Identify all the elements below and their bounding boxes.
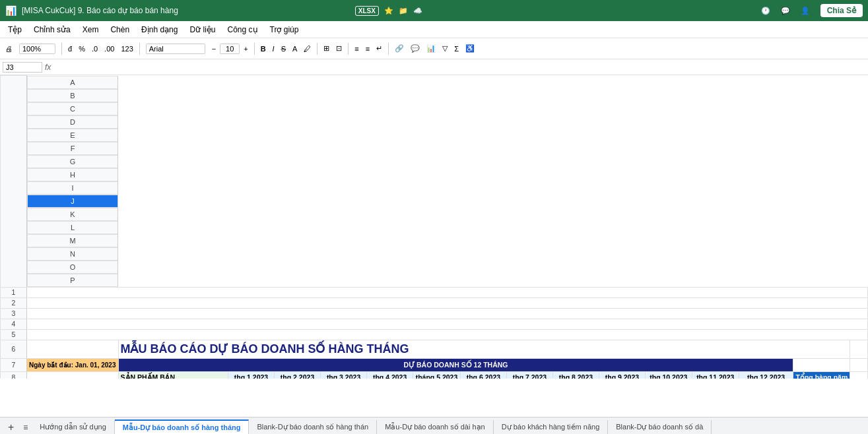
filter-icon[interactable]: ▽ [440,43,450,54]
col-A[interactable]: A [27,76,118,89]
merge-icon[interactable]: ⊡ [333,43,345,54]
user-icon[interactable]: 👤 [801,7,810,15]
currency-icon[interactable]: đ [65,44,75,54]
row-6-title: 6 MẪU BÁO CÁO DỰ BÁO DOANH SỐ HÀNG THÁNG [1,340,868,358]
accessibility-icon[interactable]: ♿ [463,43,477,54]
percent-icon[interactable]: % [76,44,88,54]
star-icon[interactable]: ⭐ [384,7,393,15]
menu-edit[interactable]: Chỉnh sửa [28,24,76,36]
functions-icon[interactable]: Σ [451,44,461,54]
spreadsheet-table: A B C D E F G H I J K L M N O P [0,75,868,379]
italic-icon[interactable]: I [270,44,277,54]
sheet-menu-button[interactable]: ≡ [19,420,32,435]
col-N[interactable]: N [27,247,118,261]
spb-label: SẢN PHẨM BÁN [118,371,228,379]
row-4: 4 [1,319,868,329]
col-F[interactable]: F [27,142,118,155]
sheet-container: A B C D E F G H I J K L M N O P [0,75,868,417]
print-icon[interactable]: 🖨 [3,44,15,54]
decimal-dec-icon[interactable]: .0 [89,44,100,54]
font-input[interactable] [146,44,205,54]
toolbar: 🖨 đ % .0 .00 123 − + B I S A 🖊 ⊞ ⊡ ≡ ≡ ↵… [0,38,868,59]
col-D[interactable]: D [27,115,118,129]
folder-icon[interactable]: 📁 [399,7,408,15]
row-7-headers: 7 Ngày bắt đầu: Jan. 01, 2023 DỰ BÁO DOA… [1,358,868,371]
tab-mau-du-bao[interactable]: Mẫu-Dự báo doanh số hàng tháng [115,419,250,435]
col-M[interactable]: M [27,234,118,247]
tab-huong-dan[interactable]: Hướng dẫn sử dụng [32,420,114,434]
comment-tb-icon[interactable]: 💬 [408,43,422,54]
col-K[interactable]: K [27,208,118,221]
share-button[interactable]: Chia Sẻ [820,4,863,17]
cloud-icon[interactable]: ☁️ [413,7,422,15]
menubar: Tệp Chỉnh sửa Xem Chèn Định dạng Dữ liệu… [0,21,868,38]
menu-tools[interactable]: Công cụ [222,24,263,36]
col-G[interactable]: G [27,155,118,168]
formulabar: fx [0,59,868,75]
link-icon[interactable]: 🔗 [392,43,407,54]
number-format-icon[interactable]: 123 [118,44,135,54]
col-H[interactable]: H [27,168,118,181]
highlight-icon[interactable]: 🖊 [301,44,314,54]
text-color-icon[interactable]: A [290,44,300,54]
font-size-dec-icon[interactable]: − [209,44,218,54]
menu-data[interactable]: Dữ liệu [184,24,220,36]
menu-help[interactable]: Trợ giúp [265,24,304,36]
add-sheet-button[interactable]: + [3,419,19,435]
row-8-spb-header: 8 SẢN PHẨM BÁN thg 1 2023 thg 2 2023 thg… [1,371,868,379]
col-P[interactable]: P [27,274,118,287]
zoom-input[interactable] [19,44,55,54]
col-header-row: A B C D E F G H I J K L M N O P [1,76,868,288]
history-icon[interactable]: 🕐 [761,7,770,15]
col-E[interactable]: E [27,129,118,142]
menu-format[interactable]: Định dạng [136,24,183,36]
decimal-inc-icon[interactable]: .00 [102,44,117,54]
tab-mau-dai-han[interactable]: Mẫu-Dự báo doanh số dài hạn [377,420,494,434]
row-2: 2 [1,297,868,308]
row-5: 5 [1,329,868,340]
titlebar: 📊 [MISA CukCuk] 9. Báo cáo dự báo bán hà… [0,0,868,21]
col-L[interactable]: L [27,221,118,234]
menu-view[interactable]: Xem [77,24,104,36]
zoom-select[interactable] [17,42,58,55]
chart-icon[interactable]: 📊 [424,43,438,54]
menu-file[interactable]: Tệp [3,24,27,36]
main-title: MẪU BÁO CÁO DỰ BÁO DOANH SỐ HÀNG THÁNG [118,340,850,358]
row-1: 1 [1,287,868,297]
strikethrough-icon[interactable]: S [279,44,288,54]
tab-blank-dai-han[interactable]: Blank-Dự báo doanh số dà [608,420,712,434]
text-wrap-icon[interactable]: ↵ [374,43,385,54]
menu-insert[interactable]: Chèn [105,24,135,36]
fx-icon: fx [45,63,51,72]
col-B[interactable]: B [27,89,118,102]
font-size-inc-icon[interactable]: + [241,44,250,54]
font-select[interactable] [143,42,208,55]
formula-input[interactable] [53,63,865,71]
row-3: 3 [1,308,868,319]
tab-blank-du-bao[interactable]: Blank-Dự báo doanh số hàng thán [249,420,377,434]
font-size-input[interactable] [220,44,240,54]
col-O[interactable]: O [27,261,118,274]
file-type-badge: XLSX [355,6,379,16]
align-center-icon[interactable]: ≡ [363,44,372,54]
comment-icon[interactable]: 💬 [781,7,790,15]
app-icon: 📊 [5,5,17,16]
align-left-icon[interactable]: ≡ [352,44,361,54]
start-date-label: Ngày bắt đầu: Jan. 01, 2023 [27,358,119,371]
window-title: [MISA CukCuk] 9. Báo cáo dự báo bán hàng [22,6,350,15]
col-C[interactable]: C [27,102,118,115]
cell-reference-input[interactable] [3,62,42,73]
col-I[interactable]: I [27,181,118,195]
col-J[interactable]: J [27,195,118,208]
section-header: DỰ BÁO DOANH SỐ 12 THÁNG [118,358,793,371]
bold-icon[interactable]: B [258,44,269,54]
tab-khach-hang[interactable]: Dự báo khách hàng tiềm năng [494,420,609,434]
tabbar: + ≡ Hướng dẫn sử dụng Mẫu-Dự báo doanh s… [0,417,868,434]
borders-icon[interactable]: ⊞ [321,43,332,54]
corner-cell [1,76,27,288]
